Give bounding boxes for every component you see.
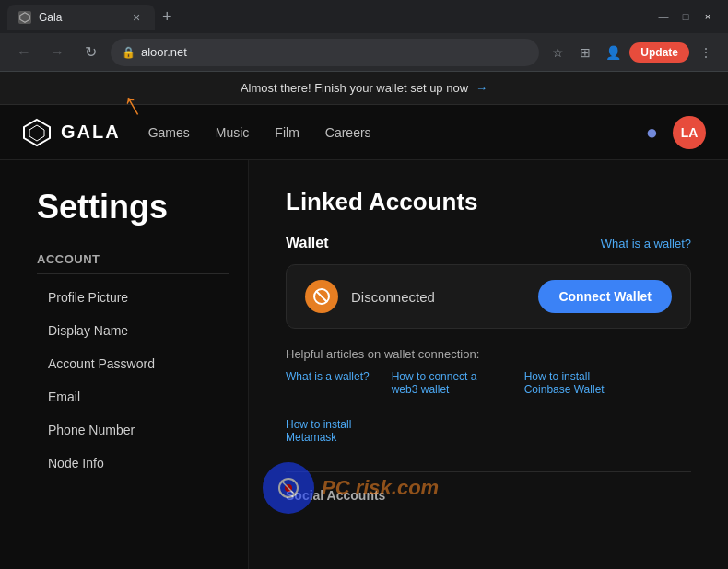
wallet-subtitle: Wallet <box>286 235 329 251</box>
svg-line-4 <box>316 291 327 302</box>
refresh-button[interactable]: ↻ <box>77 40 103 65</box>
tab-close-button[interactable]: × <box>129 10 144 25</box>
toolbar-actions: ☆ ⊞ 👤 Update ⋮ <box>546 41 717 64</box>
nav-right: ● LA <box>646 116 706 149</box>
browser-titlebar: Gala × + — □ × <box>0 0 728 33</box>
tab-favicon <box>18 11 31 24</box>
update-button[interactable]: Update <box>629 42 689 63</box>
sidebar-item-email[interactable]: Email <box>37 381 229 412</box>
wallet-disconnected-icon <box>305 280 338 313</box>
maximize-button[interactable]: □ <box>676 7 695 26</box>
banner-text: Almost there! Finish your wallet set up … <box>241 81 468 95</box>
content-area: Linked Accounts Wallet What is a wallet?… <box>249 160 728 569</box>
window-controls: — □ × <box>651 7 721 26</box>
profile-icon[interactable]: 👤 <box>602 41 624 64</box>
promo-banner: Almost there! Finish your wallet set up … <box>0 72 728 105</box>
wallet-card: Disconnected Connect Wallet <box>286 264 691 329</box>
svg-marker-1 <box>24 120 50 145</box>
connect-wallet-button[interactable]: Connect Wallet <box>538 280 672 313</box>
forward-button[interactable]: → <box>44 40 70 65</box>
wallet-status-text: Disconnected <box>351 289 525 305</box>
browser-frame: Gala × + — □ × ← → ↻ 🔒 aloor.net ☆ ⊞ 👤 U… <box>0 0 728 569</box>
svg-marker-2 <box>29 125 44 141</box>
lock-icon: 🔒 <box>122 46 135 59</box>
discord-icon[interactable]: ● <box>646 121 658 145</box>
wallet-subsection-header: Wallet What is a wallet? <box>286 235 691 251</box>
sidebar-item-node-info[interactable]: Node Info <box>37 447 229 479</box>
logo-icon <box>22 118 52 147</box>
nav-link-music[interactable]: Music <box>216 125 250 140</box>
what-is-wallet-link[interactable]: What is a wallet? <box>601 237 691 250</box>
tab-title: Gala <box>39 11 122 24</box>
helpful-articles-grid: What is a wallet? How to connect a web3 … <box>286 370 691 444</box>
settings-sidebar: Settings Account Profile Picture Display… <box>0 160 249 569</box>
logo-text: GALA <box>61 122 121 143</box>
linked-accounts-title: Linked Accounts <box>286 188 691 216</box>
close-window-button[interactable]: × <box>699 7 717 26</box>
page-title: Settings <box>37 188 229 226</box>
url-text: aloor.net <box>141 45 528 59</box>
new-tab-button[interactable]: + <box>159 4 176 30</box>
user-avatar[interactable]: LA <box>673 116 706 149</box>
article-link-3[interactable]: How to install Metamask <box>286 418 396 444</box>
bookmark-icon[interactable]: ☆ <box>546 41 569 64</box>
social-accounts-label: Social Accounts <box>286 488 385 503</box>
nav-link-film[interactable]: Film <box>275 125 299 140</box>
nav-links: Games Music Film Careers <box>148 125 646 140</box>
address-bar[interactable]: 🔒 aloor.net <box>111 39 539 66</box>
sidebar-item-profile-picture[interactable]: Profile Picture <box>37 282 229 313</box>
article-link-0[interactable]: What is a wallet? <box>286 370 370 396</box>
sidebar-item-account-password[interactable]: Account Password <box>37 348 229 379</box>
svg-marker-0 <box>20 12 30 22</box>
menu-icon[interactable]: ⋮ <box>695 41 717 64</box>
sidebar-item-phone-number[interactable]: Phone Number <box>37 414 229 446</box>
page-content: Almost there! Finish your wallet set up … <box>0 72 728 569</box>
nav-link-careers[interactable]: Careers <box>325 125 371 140</box>
site-logo[interactable]: GALA <box>22 118 121 147</box>
tab-area: Gala × + <box>7 4 647 30</box>
sidebar-section-account: Account <box>37 252 229 274</box>
main-content: Settings Account Profile Picture Display… <box>0 160 728 569</box>
article-link-1[interactable]: How to connect a web3 wallet <box>392 370 502 396</box>
article-link-2[interactable]: How to install Coinbase Wallet <box>524 370 635 396</box>
site-nav: ↑ GALA Games Music Film Careers ● LA <box>0 105 728 160</box>
back-button[interactable]: ← <box>11 40 37 65</box>
extension-icon[interactable]: ⊞ <box>574 41 596 64</box>
browser-toolbar: ← → ↻ 🔒 aloor.net ☆ ⊞ 👤 Update ⋮ <box>0 33 728 72</box>
nav-link-games[interactable]: Games <box>148 125 190 140</box>
sidebar-item-display-name[interactable]: Display Name <box>37 315 229 346</box>
helpful-articles-title: Helpful articles on wallet connection: <box>286 347 691 361</box>
active-tab[interactable]: Gala × <box>7 5 155 30</box>
minimize-button[interactable]: — <box>654 7 673 26</box>
banner-link[interactable]: → <box>476 81 487 95</box>
